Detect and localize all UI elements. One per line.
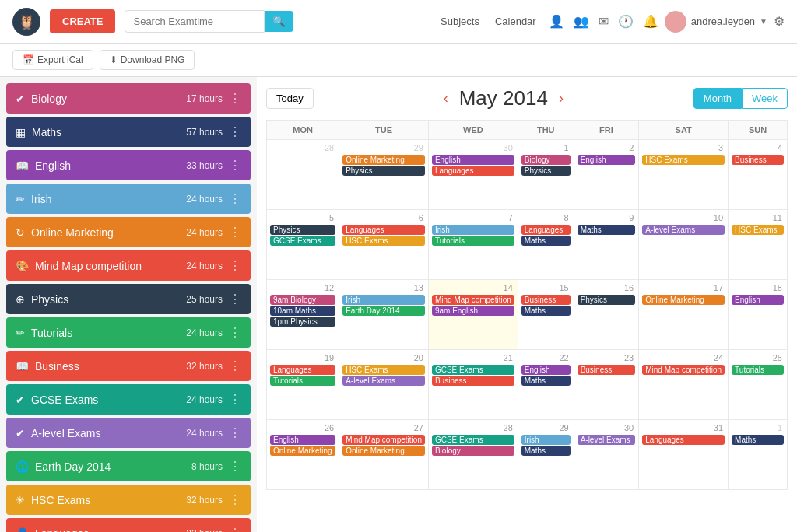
sidebar-item[interactable]: 📖 English 33 hours ⋮: [6, 150, 251, 180]
calendar-event[interactable]: Tutorials: [270, 376, 335, 386]
sidebar-item[interactable]: 📖 Business 32 hours ⋮: [6, 351, 251, 381]
calendar-event[interactable]: Maths: [578, 225, 636, 235]
calendar-day-cell[interactable]: 22EnglishMaths: [518, 350, 574, 420]
calendar-event[interactable]: Maths: [732, 435, 784, 445]
calendar-day-cell[interactable]: 14Mind Map competition9am English: [428, 280, 518, 350]
calendar-event[interactable]: Online Marketing: [270, 446, 335, 456]
export-ical-button[interactable]: 📅 Export iCal: [12, 50, 93, 70]
calendar-event[interactable]: Maths: [521, 236, 571, 246]
calendar-event[interactable]: Business: [432, 376, 514, 386]
calendar-event[interactable]: HSC Exams: [342, 365, 425, 375]
calendar-event[interactable]: Irish: [521, 435, 571, 445]
calendar-day-cell[interactable]: 21GCSE ExamsBusiness: [428, 350, 518, 420]
sidebar-item[interactable]: ✔ GCSE Exams 24 hours ⋮: [6, 384, 251, 415]
sidebar-item[interactable]: 👤 Languages 32 hours ⋮: [6, 518, 251, 532]
calendar-event[interactable]: GCSE Exams: [270, 236, 335, 246]
calendar-event[interactable]: English: [578, 155, 636, 165]
calendar-event[interactable]: Languages: [432, 166, 514, 176]
sidebar-item[interactable]: 🌐 Earth Day 2014 8 hours ⋮: [6, 451, 251, 481]
calendar-event[interactable]: Business: [521, 295, 571, 305]
sidebar-item[interactable]: ✔ A-level Exams 24 hours ⋮: [6, 418, 251, 448]
calendar-event[interactable]: A-level Exams: [342, 376, 425, 386]
calendar-event[interactable]: Maths: [521, 446, 571, 456]
bell-icon[interactable]: 🔔: [643, 14, 658, 29]
calendar-event[interactable]: Languages: [342, 225, 425, 235]
calendar-event[interactable]: HSC Exams: [342, 236, 425, 246]
calendar-day-cell[interactable]: 29Online MarketingPhysics: [339, 140, 429, 210]
sidebar-item[interactable]: 🎨 Mind Map competition 24 hours ⋮: [6, 250, 251, 281]
calendar-event[interactable]: GCSE Exams: [432, 365, 514, 375]
person-icon[interactable]: 👤: [549, 14, 564, 29]
calendar-event[interactable]: Physics: [270, 225, 335, 235]
calendar-event[interactable]: Business: [578, 365, 636, 375]
calendar-day-cell[interactable]: 10A-level Exams: [639, 210, 729, 280]
calendar-event[interactable]: Languages: [270, 365, 335, 375]
calendar-event[interactable]: Business: [732, 155, 784, 165]
sidebar-item[interactable]: ✔ Biology 17 hours ⋮: [6, 83, 251, 114]
calendar-event[interactable]: 1pm Physics: [270, 317, 335, 327]
calendar-day-cell[interactable]: 25Tutorials: [729, 350, 788, 420]
month-view-button[interactable]: Month: [693, 88, 742, 109]
calendar-day-cell[interactable]: 7IrishTutorials: [428, 210, 518, 280]
calendar-day-cell[interactable]: 3HSC Exams: [639, 140, 729, 210]
week-view-button[interactable]: Week: [742, 88, 788, 109]
calendar-event[interactable]: HSC Exams: [642, 155, 725, 165]
calendar-day-cell[interactable]: 8LanguagesMaths: [518, 210, 574, 280]
calendar-day-cell[interactable]: 23Business: [574, 350, 639, 420]
calendar-event[interactable]: Mind Map competition: [432, 295, 514, 305]
calendar-day-cell[interactable]: 19LanguagesTutorials: [267, 350, 339, 420]
calendar-day-cell[interactable]: 18English: [729, 280, 788, 350]
today-button[interactable]: Today: [266, 88, 314, 109]
calendar-day-cell[interactable]: 16Physics: [574, 280, 639, 350]
calendar-event[interactable]: Physics: [521, 166, 571, 176]
calendar-event[interactable]: HSC Exams: [732, 225, 784, 235]
calendar-day-cell[interactable]: 20HSC ExamsA-level Exams: [339, 350, 429, 420]
calendar-day-cell[interactable]: 26EnglishOnline Marketing: [267, 420, 339, 490]
calendar-day-cell[interactable]: 29IrishMaths: [518, 420, 574, 490]
calendar-event[interactable]: English: [732, 295, 784, 305]
calendar-day-cell[interactable]: 9Maths: [574, 210, 639, 280]
calendar-event[interactable]: GCSE Exams: [432, 435, 514, 445]
calendar-event[interactable]: Earth Day 2014: [342, 306, 425, 316]
calendar-event[interactable]: A-level Exams: [642, 225, 725, 235]
calendar-event[interactable]: Maths: [521, 376, 571, 386]
calendar-event[interactable]: Physics: [578, 295, 636, 305]
sidebar-item[interactable]: ✏ Tutorials 24 hours ⋮: [6, 317, 251, 348]
calendar-day-cell[interactable]: 2English: [574, 140, 639, 210]
calendar-event[interactable]: Tutorials: [732, 365, 784, 375]
calendar-day-cell[interactable]: 11HSC Exams: [729, 210, 788, 280]
download-png-button[interactable]: ⬇ Download PNG: [100, 50, 195, 70]
nav-subjects[interactable]: Subjects: [441, 16, 479, 27]
calendar-event[interactable]: Mind Map competition: [342, 435, 425, 445]
calendar-event[interactable]: English: [521, 365, 571, 375]
calendar-event[interactable]: Online Marketing: [342, 446, 425, 456]
search-input[interactable]: [125, 10, 265, 33]
calendar-event[interactable]: Biology: [432, 446, 514, 456]
sidebar-item[interactable]: ✳ HSC Exams 32 hours ⋮: [6, 485, 251, 515]
calendar-day-cell[interactable]: 4Business: [729, 140, 788, 210]
sidebar-item[interactable]: ✏ Irish 24 hours ⋮: [6, 184, 251, 214]
calendar-event[interactable]: Irish: [432, 225, 514, 235]
calendar-day-cell[interactable]: 1Maths: [729, 420, 788, 490]
search-button[interactable]: 🔍: [265, 11, 293, 32]
calendar-day-cell[interactable]: 30A-level Exams: [574, 420, 639, 490]
calendar-event[interactable]: Languages: [521, 225, 571, 235]
calendar-day-cell[interactable]: 28GCSE ExamsBiology: [428, 420, 518, 490]
calendar-day-cell[interactable]: 31Languages: [639, 420, 729, 490]
calendar-event[interactable]: Tutorials: [432, 236, 514, 246]
calendar-day-cell[interactable]: 1BiologyPhysics: [518, 140, 574, 210]
calendar-event[interactable]: 9am Biology: [270, 295, 335, 305]
calendar-event[interactable]: English: [270, 435, 335, 445]
calendar-event[interactable]: 9am English: [432, 306, 514, 316]
calendar-event[interactable]: Physics: [342, 166, 425, 176]
calendar-day-cell[interactable]: 15BusinessMaths: [518, 280, 574, 350]
prev-month-arrow[interactable]: ‹: [439, 90, 453, 107]
calendar-event[interactable]: Maths: [521, 306, 571, 316]
group-icon[interactable]: 👥: [574, 14, 589, 29]
calendar-day-cell[interactable]: 30EnglishLanguages: [428, 140, 518, 210]
calendar-day-cell[interactable]: 24Mind Map competition: [639, 350, 729, 420]
user-area[interactable]: andrea.leyden ▼: [665, 11, 767, 33]
calendar-event[interactable]: English: [432, 155, 514, 165]
calendar-day-cell[interactable]: 129am Biology10am Maths1pm Physics: [267, 280, 339, 350]
calendar-day-cell[interactable]: 28: [267, 140, 339, 210]
